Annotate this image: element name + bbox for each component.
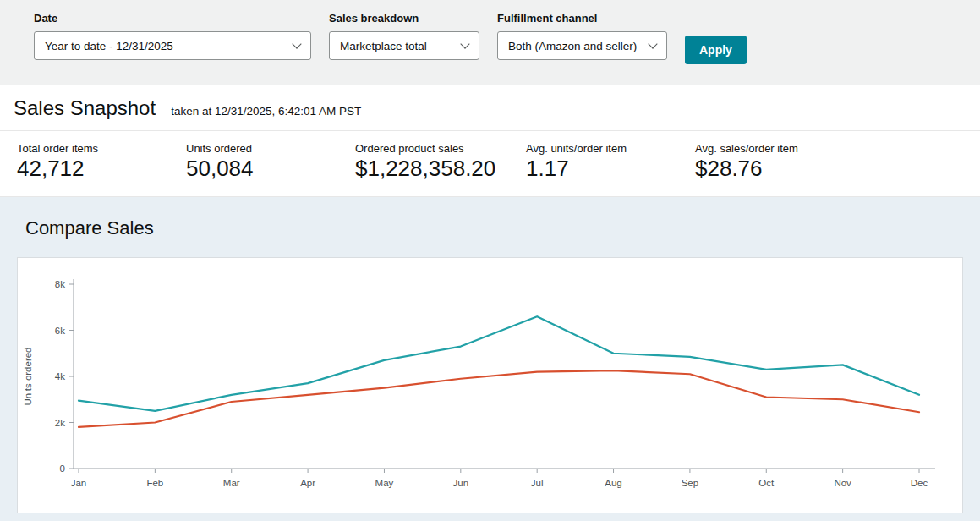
- x-axis-tick-label: Jun: [453, 478, 469, 488]
- metric-value: 50,084: [186, 156, 355, 182]
- date-select-value: Year to date - 12/31/2025: [45, 40, 173, 52]
- metric-value: $28.76: [695, 156, 963, 182]
- metric-units-ordered: Units ordered 50,084: [186, 142, 355, 182]
- chevron-down-icon: [648, 39, 657, 48]
- fulfillment-channel-select-value: Both (Amazon and seller): [508, 40, 637, 52]
- x-axis-tick-label: May: [375, 478, 394, 488]
- x-axis-tick-label: Aug: [605, 478, 621, 488]
- metric-label: Avg. units/order item: [526, 142, 695, 155]
- y-axis-tick-label: 6k: [55, 325, 65, 335]
- metric-label: Units ordered: [186, 142, 355, 155]
- x-axis-tick-label: Jan: [71, 478, 87, 488]
- compare-sales-section: Compare Sales 02k4k6k8kJanFebMarAprMayJu…: [0, 197, 980, 521]
- fulfillment-channel-filter-group: Fulfillment channel Both (Amazon and sel…: [497, 12, 667, 60]
- metric-value: $1,228,358.20: [355, 156, 526, 182]
- metric-avg-sales-per-order-item: Avg. sales/order item $28.76: [695, 142, 963, 182]
- metric-ordered-product-sales: Ordered product sales $1,228,358.20: [355, 142, 526, 182]
- compare-sales-title: Compare Sales: [25, 217, 963, 239]
- x-axis-tick-label: Dec: [911, 478, 928, 488]
- y-axis-tick-label: 0: [60, 463, 65, 474]
- sales-snapshot-header: Sales Snapshot taken at 12/31/2025, 6:42…: [0, 85, 980, 131]
- x-axis-tick-label: Sep: [682, 478, 698, 488]
- x-axis-tick-label: Oct: [758, 478, 775, 488]
- date-filter-label: Date: [34, 12, 311, 25]
- chevron-down-icon: [292, 39, 301, 48]
- units-ordered-line-chart: 02k4k6k8kJanFebMarAprMayJunJulAugSepOctN…: [18, 258, 962, 512]
- x-axis-tick-label: Jul: [531, 478, 544, 488]
- apply-button[interactable]: Apply: [685, 36, 747, 64]
- chart-panel: 02k4k6k8kJanFebMarAprMayJunJulAugSepOctN…: [17, 257, 963, 513]
- metric-label: Avg. sales/order item: [695, 142, 963, 155]
- fulfillment-channel-label: Fulfillment channel: [497, 12, 667, 25]
- fulfillment-channel-select[interactable]: Both (Amazon and seller): [497, 31, 667, 60]
- filter-bar: Date Year to date - 12/31/2025 Sales bre…: [0, 0, 980, 85]
- sales-breakdown-select[interactable]: Marketplace total: [329, 31, 479, 60]
- x-axis-tick-label: Feb: [146, 478, 163, 488]
- snapshot-timestamp: taken at 12/31/2025, 6:42:01 AM PST: [171, 105, 361, 118]
- y-axis-tick-label: 2k: [55, 417, 65, 427]
- metric-label: Total order items: [17, 142, 186, 155]
- x-axis-tick-label: Mar: [223, 478, 240, 488]
- metric-avg-units-per-order-item: Avg. units/order item 1.17: [526, 142, 695, 182]
- page-title: Sales Snapshot: [14, 96, 156, 120]
- metric-value: 42,712: [17, 156, 186, 182]
- y-axis-title: Units ordered: [23, 347, 33, 405]
- metric-total-order-items: Total order items 42,712: [17, 142, 186, 182]
- metric-label: Ordered product sales: [355, 142, 526, 155]
- sales-breakdown-filter-group: Sales breakdown Marketplace total: [329, 12, 479, 60]
- date-select[interactable]: Year to date - 12/31/2025: [34, 31, 311, 60]
- chevron-down-icon: [460, 39, 469, 48]
- sales-breakdown-label: Sales breakdown: [329, 12, 479, 25]
- x-axis-tick-label: Nov: [834, 478, 851, 488]
- date-filter-group: Date Year to date - 12/31/2025: [34, 12, 311, 60]
- metric-value: 1.17: [526, 156, 695, 182]
- x-axis-tick-label: Apr: [300, 478, 315, 488]
- metrics-row: Total order items 42,712 Units ordered 5…: [0, 131, 980, 197]
- series-line-teal-series: [79, 316, 919, 411]
- series-line-orange-series: [79, 370, 919, 427]
- sales-breakdown-select-value: Marketplace total: [340, 40, 427, 52]
- y-axis-tick-label: 8k: [55, 279, 65, 289]
- y-axis-tick-label: 4k: [55, 371, 65, 381]
